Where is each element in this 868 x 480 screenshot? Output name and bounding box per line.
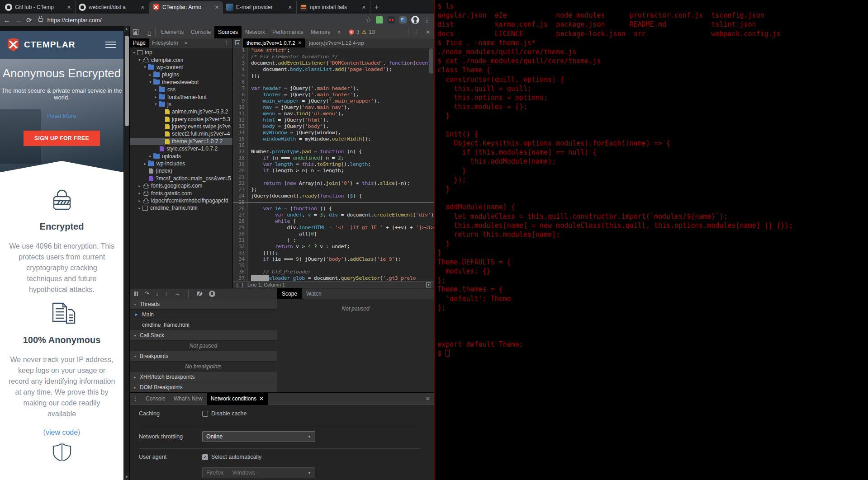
devtools-close-icon[interactable]: ✕ bbox=[422, 26, 434, 38]
line-number[interactable]: 9 bbox=[233, 98, 248, 104]
tree-item[interactable]: ▸fonts/theme-font bbox=[130, 93, 232, 100]
pretty-print-icon[interactable]: { } bbox=[236, 282, 244, 287]
scope-tab-scope[interactable]: Scope bbox=[277, 288, 302, 299]
read-more-link[interactable]: Read More bbox=[47, 113, 76, 119]
line-number[interactable]: 3 bbox=[233, 60, 248, 66]
tab-close-icon[interactable]: ✕ bbox=[140, 5, 146, 10]
new-tab-button[interactable]: + bbox=[370, 1, 383, 14]
terminal-window[interactable]: $ lsangular.json e2e node_modules protra… bbox=[434, 0, 868, 480]
tree-item[interactable]: ▾ctemplar.com bbox=[130, 56, 232, 63]
line-number[interactable]: 26 bbox=[233, 206, 248, 212]
step-into-icon[interactable]: ↓ bbox=[156, 290, 159, 297]
drawer-tab-console[interactable]: Console bbox=[142, 393, 170, 405]
code-line[interactable]: 5}); bbox=[233, 73, 434, 79]
site-brand[interactable]: CTEMPLAR bbox=[24, 40, 101, 50]
tree-item[interactable]: ▸ldpochfccmkkmhdbclfhpagapcfd bbox=[130, 197, 232, 204]
code-line[interactable]: 25 bbox=[233, 199, 434, 206]
editor-scrollbar-thumb[interactable] bbox=[429, 48, 433, 74]
line-number[interactable]: 20 bbox=[233, 168, 248, 174]
extension-icon-2[interactable] bbox=[388, 16, 395, 24]
scrollbar-thumb[interactable] bbox=[125, 36, 129, 126]
line-number[interactable]: 29 bbox=[233, 225, 248, 231]
devtools-tab-memory[interactable]: Memory bbox=[307, 26, 334, 38]
thread-row[interactable]: cmdline_frame.html bbox=[130, 320, 277, 330]
devtools-tab-more[interactable]: » bbox=[334, 26, 344, 38]
code-line[interactable]: 7var header = jQuery('.main_header'), bbox=[233, 85, 434, 92]
navigator-tab-more[interactable]: » bbox=[181, 38, 190, 47]
pause-script-icon[interactable] bbox=[134, 292, 138, 296]
code-line[interactable]: 26 var ie = (function () { bbox=[233, 206, 434, 212]
code-line[interactable]: 1"use strict"; bbox=[233, 47, 434, 54]
browser-tab[interactable]: GitHub - CTemp✕ bbox=[2, 1, 76, 14]
tab-close-icon[interactable]: ✕ bbox=[214, 5, 220, 10]
profile-avatar[interactable] bbox=[411, 16, 419, 24]
tree-item[interactable]: ▾js bbox=[130, 101, 232, 108]
devtools-tab-network[interactable]: Network bbox=[242, 26, 269, 38]
code-line[interactable]: 29 div.innerHTML = '<!--[if gt IE ' + (+… bbox=[233, 225, 434, 231]
tree-item[interactable]: ▸wp-includes bbox=[130, 160, 232, 167]
throttling-select[interactable]: Online ▼ bbox=[202, 431, 315, 442]
thread-row[interactable]: ➤Main bbox=[130, 310, 277, 320]
browser-tab[interactable]: CTemplar: Armo✕ bbox=[149, 1, 223, 14]
signup-button[interactable]: SIGN UP FOR FREE bbox=[24, 131, 100, 146]
line-number[interactable]: 36 bbox=[233, 269, 248, 275]
debug-section-header[interactable]: ▸XHR/fetch Breakpoints bbox=[130, 372, 277, 382]
code-line[interactable]: 8 footer = jQuery('.main_footer'), bbox=[233, 92, 434, 98]
hide-navigator-icon[interactable]: ◀ bbox=[233, 38, 243, 47]
browser-tab[interactable]: webclient/dist a✕ bbox=[76, 1, 149, 14]
line-number[interactable]: 37 bbox=[233, 275, 248, 281]
line-number[interactable]: 21 bbox=[233, 174, 248, 180]
navigator-tab-page[interactable]: Page bbox=[130, 38, 149, 47]
url-field[interactable]: https://ctemplar.com/ bbox=[47, 17, 361, 24]
line-number[interactable]: 17 bbox=[233, 149, 248, 155]
code-line[interactable]: 24jQuery(document).ready(function ($) { bbox=[233, 193, 434, 199]
disable-cache-label[interactable]: Disable cache bbox=[211, 410, 247, 417]
code-line[interactable]: 28 while ( bbox=[233, 218, 434, 225]
tree-item[interactable]: ▸fonts.gstatic.com bbox=[130, 189, 232, 197]
file-tab[interactable]: jquery.js?ver=1.12.4-wp bbox=[305, 38, 368, 47]
deactivate-breakpoints-icon[interactable] bbox=[197, 292, 203, 296]
pause-on-exceptions-icon[interactable] bbox=[209, 291, 215, 297]
code-line[interactable]: 27 var undef, v = 3, div = document.crea… bbox=[233, 212, 434, 218]
tree-item[interactable]: style.css?ver=1.0.7.2 bbox=[130, 145, 232, 152]
ua-select[interactable]: Firefox — Windows ▼ bbox=[202, 467, 315, 478]
ctemplar-logo-icon[interactable] bbox=[7, 38, 19, 52]
device-toolbar-icon[interactable] bbox=[142, 26, 153, 38]
code-line[interactable]: 11 menu = nav.find('ul.menu'), bbox=[233, 111, 434, 117]
line-number[interactable]: 22 bbox=[233, 180, 248, 187]
view-code-link[interactable]: view code bbox=[46, 428, 78, 436]
extension-icon-1[interactable] bbox=[376, 16, 383, 24]
debug-section-header[interactable]: ▾Call Stack bbox=[130, 330, 277, 341]
line-number[interactable]: 28 bbox=[233, 218, 248, 225]
tree-item[interactable]: ▸cmdline_frame.html bbox=[130, 204, 232, 212]
browser-menu-icon[interactable]: ⋮ bbox=[424, 16, 430, 24]
back-icon[interactable]: ← bbox=[4, 17, 10, 24]
tab-close-icon[interactable]: ✕ bbox=[361, 5, 367, 10]
line-number[interactable]: 27 bbox=[233, 212, 248, 218]
drawer-close-icon[interactable]: ✕ bbox=[422, 393, 434, 405]
tree-item[interactable]: ▸css bbox=[130, 86, 232, 93]
devtools-tab-elements[interactable]: Elements bbox=[157, 26, 187, 38]
code-line[interactable]: 34 if (ie === 9) jQuery('body').addClass… bbox=[233, 256, 434, 263]
line-number[interactable]: 13 bbox=[233, 123, 248, 130]
code-line[interactable]: 9 main_wrapper = jQuery('.main_wrapper')… bbox=[233, 98, 434, 104]
code-line[interactable]: 3document.addEventListener("DOMContentLo… bbox=[233, 60, 434, 66]
console-badges[interactable]: ✕ 3 ⚠ 13 bbox=[349, 29, 375, 35]
reload-icon[interactable]: ⟳ bbox=[26, 17, 32, 24]
bookmark-star-icon[interactable]: ☆ bbox=[365, 16, 371, 24]
scope-tab-watch[interactable]: Watch bbox=[302, 288, 326, 299]
tree-item[interactable]: select2.full.min.js?ver=4 bbox=[130, 130, 232, 137]
tree-item[interactable]: ▸fonts.googleapis.com bbox=[130, 182, 232, 189]
code-line[interactable]: 23}; bbox=[233, 187, 434, 193]
code-line[interactable]: 6 bbox=[233, 79, 434, 85]
debug-section-header[interactable]: ▾Breakpoints bbox=[130, 351, 277, 362]
step-over-icon[interactable]: ↷ bbox=[144, 290, 149, 297]
code-line[interactable]: 13 body = jQuery('body'), bbox=[233, 123, 434, 130]
line-number[interactable]: 7 bbox=[233, 85, 248, 92]
navigator-tab-filesystem[interactable]: Filesystem bbox=[149, 38, 181, 47]
drawer-tab-whats-new[interactable]: What's New bbox=[170, 393, 207, 405]
browser-tab[interactable]: npm install fails✕ bbox=[297, 1, 370, 14]
scroll-up-icon[interactable]: ▲ bbox=[124, 26, 129, 32]
line-number[interactable]: 14 bbox=[233, 130, 248, 136]
code-line[interactable]: 37 eloader_glob = document.querySelector… bbox=[233, 275, 434, 281]
